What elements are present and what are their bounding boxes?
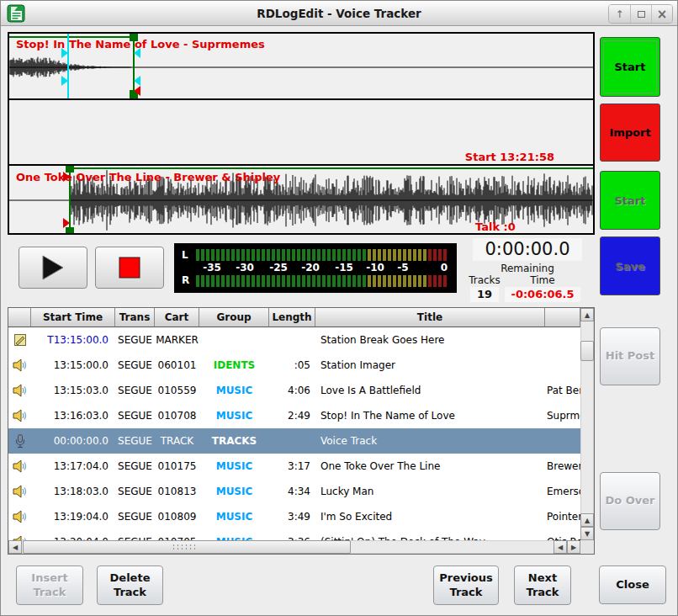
meter-segment <box>257 275 260 287</box>
titlebar[interactable]: RDLogEdit - Voice Tracker ↑ × <box>1 1 677 26</box>
cell-title: I'm So Excited <box>315 504 545 529</box>
column-header-cart[interactable]: Cart <box>155 308 199 327</box>
log-row[interactable]: 13:16:03.0SEGUE010708MUSIC2:49Stop! In T… <box>8 403 580 428</box>
log-table-rows: T13:15:00.0SEGUEMARKERStation Break Goes… <box>8 327 580 540</box>
scroll-left-button-right[interactable]: ◀ <box>554 540 567 554</box>
stop-button[interactable] <box>95 247 164 289</box>
cell-start-time: 13:15:03.0 <box>31 378 115 403</box>
track3-title-label: One Toke Over The Line - Brewer & Shiple… <box>16 171 281 183</box>
log-row[interactable]: 13:18:03.0SEGUE010813MUSIC4:34Lucky ManE… <box>8 479 580 504</box>
save-button[interactable]: Save <box>600 236 660 295</box>
meter-scale-tick: -20 <box>301 262 320 273</box>
cell-length <box>269 327 315 353</box>
speaker-icon <box>8 454 31 479</box>
speaker-icon <box>8 378 31 403</box>
column-header-trans[interactable]: Trans <box>115 308 155 327</box>
maximize-window-button[interactable] <box>630 5 651 23</box>
meter-segment <box>252 275 255 287</box>
log-row[interactable]: T13:15:00.0SEGUEMARKERStation Break Goes… <box>8 327 580 353</box>
meter-segment <box>368 275 371 287</box>
meter-segment <box>226 275 230 287</box>
cell-cart: 010559 <box>155 378 199 403</box>
log-row[interactable]: 13:20:04.0SEGUE010705MUSIC3:36(Sittin' O… <box>8 529 580 540</box>
cell-cart: 010705 <box>155 529 199 540</box>
log-row[interactable]: 13:17:04.0SEGUE010175MUSIC3:17One Toke O… <box>8 454 580 479</box>
cell-start-time: 00:00:00.0 <box>31 428 115 454</box>
meter-segment <box>352 275 356 287</box>
meter-segment <box>363 249 366 261</box>
horizontal-scrollbar-thumb[interactable] <box>23 540 351 554</box>
cell-cart: 010813 <box>155 479 199 504</box>
meter-segment <box>231 249 235 261</box>
scroll-up-button-bottom[interactable]: ▲ <box>580 513 594 527</box>
column-header-length[interactable]: Length <box>269 308 315 327</box>
meter-segment <box>418 275 421 287</box>
voice-tracker-waveform-canvas[interactable]: Stop! In The Name of Love - Suprmemes St… <box>8 32 595 235</box>
scroll-left-button[interactable]: ◀ <box>8 540 22 554</box>
next-track-button[interactable]: Next Track <box>514 566 571 605</box>
play-button[interactable] <box>19 247 87 289</box>
column-header-blank[interactable] <box>8 308 31 327</box>
do-over-button[interactable]: Do Over <box>600 472 660 530</box>
meter-scale-tick: -10 <box>366 262 384 273</box>
column-header-blank[interactable] <box>545 308 580 327</box>
meter-segment <box>383 275 386 287</box>
cell-group <box>199 327 269 353</box>
cell-length: 3:36 <box>269 529 315 540</box>
meter-segment <box>438 275 442 287</box>
delete-track-button[interactable]: Delete Track <box>97 566 163 605</box>
stop-icon <box>119 257 140 279</box>
meter-segment <box>272 275 275 287</box>
cell-group: MUSIC <box>199 454 269 479</box>
cell-trans: SEGUE <box>115 327 155 353</box>
cell-start-time: 13:17:04.0 <box>31 454 115 479</box>
play-icon <box>42 255 64 280</box>
insert-track-button[interactable]: Insert Track <box>16 566 83 605</box>
scroll-right-button[interactable]: ▶ <box>567 540 580 554</box>
log-row[interactable]: 13:19:04.0SEGUE010809MUSIC3:49I'm So Exc… <box>8 504 580 529</box>
cell-trans: SEGUE <box>115 353 155 378</box>
log-row-selected[interactable]: 00:00:00.0SEGUETRACKTRACKSVoice Track <box>8 428 580 454</box>
meter-segment <box>282 275 285 287</box>
close-window-button[interactable]: × <box>651 5 672 23</box>
cell-start-time: 13:19:04.0 <box>31 504 115 529</box>
meter-segment <box>398 249 401 261</box>
scroll-down-button[interactable]: ▼ <box>580 527 594 540</box>
meter-segment <box>347 249 351 261</box>
start-recording-button[interactable]: Start <box>600 37 660 97</box>
meter-segment <box>337 275 341 287</box>
hit-post-button[interactable]: Hit Post <box>600 327 660 385</box>
meter-segment <box>246 275 250 287</box>
scroll-up-button[interactable]: ▲ <box>580 308 594 321</box>
meter-segment <box>358 275 361 287</box>
close-button[interactable]: Close <box>599 566 666 604</box>
column-header-group[interactable]: Group <box>199 308 269 327</box>
column-header-title[interactable]: Title <box>315 308 545 327</box>
previous-track-button[interactable]: Previous Track <box>433 566 499 605</box>
cell-start-time: 13:18:03.0 <box>31 479 115 504</box>
import-button[interactable]: Import <box>600 104 660 162</box>
microphone-icon <box>8 428 31 454</box>
scrollbar-grip <box>172 544 195 550</box>
talk-time-label: Talk :0 <box>475 220 516 233</box>
meter-segment <box>211 249 215 261</box>
start-next-button[interactable]: Start <box>600 171 660 230</box>
scrollbar-corner <box>580 540 594 554</box>
vertical-scrollbar-thumb[interactable] <box>580 341 594 361</box>
cell-length: 3:17 <box>269 454 315 479</box>
shade-window-button[interactable]: ↑ <box>609 5 630 23</box>
meter-segment <box>231 275 235 287</box>
meter-segment <box>317 275 320 287</box>
log-row[interactable]: 13:15:00.0SEGUE060101IDENTS:05Station Im… <box>8 353 580 378</box>
meter-left-segments <box>196 249 448 261</box>
meter-segment <box>347 275 351 287</box>
meter-segment <box>433 275 437 287</box>
cell-cart: 010809 <box>155 504 199 529</box>
log-row[interactable]: 13:15:03.0SEGUE010559MUSIC4:06Love Is A … <box>8 378 580 403</box>
column-header-start-time[interactable]: Start Time <box>31 308 115 327</box>
meter-segment <box>403 275 406 287</box>
speaker-icon <box>8 504 31 529</box>
meter-segment <box>257 249 260 261</box>
meter-segment <box>292 249 295 261</box>
meter-segment <box>443 275 447 287</box>
